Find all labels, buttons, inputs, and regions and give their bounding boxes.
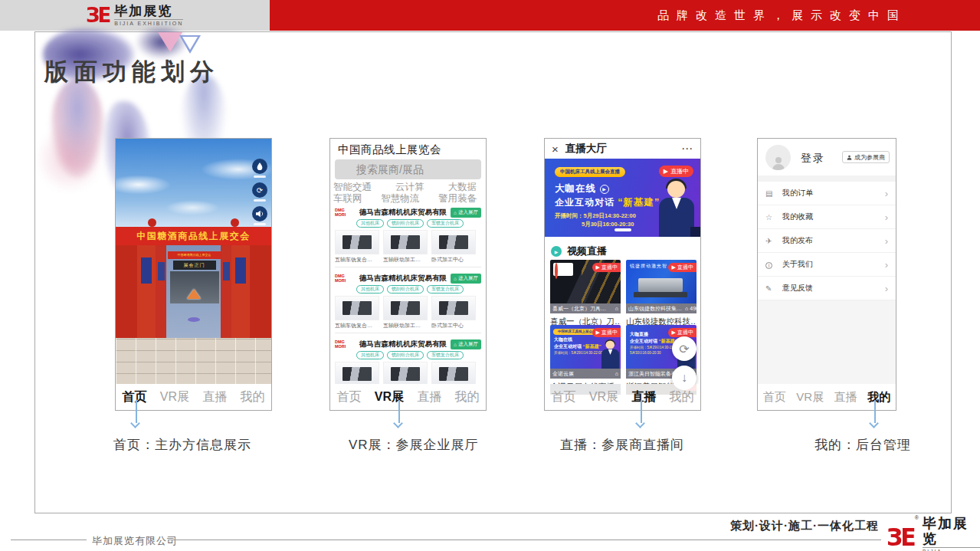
gate-sign-panel [158, 262, 165, 280]
menu-item-orders[interactable]: ▤ 我的订单 › [758, 182, 896, 205]
tab-mine[interactable]: 我的 [669, 389, 693, 405]
tab-mine[interactable]: 我的 [867, 390, 890, 405]
enter-hall-button[interactable]: ⌂进入展厅 [451, 339, 481, 349]
product-image[interactable] [335, 296, 379, 320]
product-caption: 五轴车铣复合… [335, 322, 379, 330]
live-thumbnail: 中国机床工具线上展会直播 大咖在线 企业互动对话 “新基建” 开播时间：5月29… [550, 325, 621, 369]
live-badge: ▶直播中 [592, 328, 621, 337]
more-icon[interactable]: ⋯ [681, 142, 693, 156]
enter-hall-button[interactable]: ⌂进入展厅 [451, 274, 481, 284]
close-icon[interactable]: × [552, 143, 559, 156]
tab-live[interactable]: 直播 [834, 390, 857, 405]
tab-home[interactable]: 首页 [763, 390, 786, 405]
walk-forward-arrow[interactable] [187, 289, 201, 299]
product-image[interactable] [383, 296, 428, 320]
home-icon: ⌂ [615, 371, 618, 376]
gate-entrance-sign: 展会正门 [173, 261, 216, 270]
search-input[interactable]: 搜索展商/展品 [335, 159, 481, 179]
exhibitor-list: DMG MORI 德马吉森精机机床贸易有限 ⌂进入展厅 其他机床 铣削组合机床 … [335, 207, 481, 405]
control-label [254, 175, 266, 178]
live-badge: ▶直播中 [668, 263, 696, 272]
product-pill[interactable]: 车铣复合机床 [427, 285, 464, 294]
product-image[interactable] [383, 362, 428, 386]
brand-subtitle: BIJIA EXHIBITION [114, 19, 183, 26]
login-button[interactable]: 登录 [801, 152, 825, 166]
category-tag[interactable]: 车联网 [333, 193, 362, 205]
product-pill[interactable]: 其他机床 [356, 351, 384, 359]
product-image[interactable] [335, 230, 379, 254]
refresh-button[interactable]: ⟳ [672, 336, 696, 361]
tab-vr[interactable]: VR展 [796, 390, 824, 405]
product-pill[interactable]: 车铣复合机床 [427, 351, 464, 359]
info-icon: i [765, 261, 782, 269]
live-card[interactable]: ▶直播中 喜威一（北京）刀具…⌂ 喜威一（北京）刀… [550, 260, 621, 330]
home-icon: ⌂ [685, 306, 688, 311]
tab-home[interactable]: 首页 [123, 389, 147, 405]
product-caption: 五轴车铣复合… [335, 256, 379, 264]
exhibitor-name: 德马吉森精机机床贸易有限 [359, 208, 447, 218]
live-hero-banner[interactable]: 中国机床工具线上展会直播 ▶直播中 大咖在线▶ 企业互动对话 “新基建” 开播时… [545, 159, 700, 237]
product-pill[interactable]: 车铣复合机床 [427, 219, 464, 228]
play-icon: ▶ [596, 264, 600, 271]
category-tag[interactable]: 警用装备 [438, 193, 477, 205]
tab-bar: 首页 VR展 直播 我的 [116, 384, 271, 410]
exhibitor-card[interactable]: DMG MORI 德马吉森精机机床贸易有限 ⌂进入展厅 其他机床 铣削组合机床 … [335, 207, 481, 267]
gate-pillar [250, 245, 271, 338]
hero-line2: 企业互动对话 “新基建” [555, 196, 660, 209]
category-tag[interactable]: 大数据 [448, 182, 477, 193]
product-pill[interactable]: 铣削组合机床 [387, 285, 424, 294]
phone-mockup-mine: 登录 成为参展商 ▤ 我的订单 › ☆ 我的收藏 › ✈ 我的发布 › [757, 138, 896, 411]
category-tag[interactable]: 智慧物流 [381, 193, 419, 205]
gate-sign-panel [223, 262, 230, 280]
menu-item-about[interactable]: i 关于我们 › [758, 253, 896, 277]
product-pill[interactable]: 其他机床 [356, 219, 384, 228]
caption-vr: VR展：参展企业展厅 [349, 436, 479, 454]
tab-mine[interactable]: 我的 [240, 389, 264, 405]
tab-bar: 首页 VR展 直播 我的 [330, 384, 486, 410]
thumbnail-title-bar: 山东锐捷数控科技集…⌂490 [626, 303, 696, 313]
plaza-floor [116, 338, 271, 385]
hero-highlight: “新基建” [618, 197, 660, 208]
tab-home[interactable]: 首页 [337, 389, 362, 405]
tab-home[interactable]: 首页 [552, 389, 576, 405]
product-image[interactable] [335, 362, 379, 386]
product-image[interactable] [431, 296, 476, 320]
droplet-icon[interactable] [252, 159, 267, 174]
product-image[interactable] [383, 230, 428, 254]
tab-live[interactable]: 直播 [202, 389, 227, 405]
tab-mine[interactable]: 我的 [454, 389, 479, 405]
tab-vr[interactable]: VR展 [589, 389, 618, 405]
menu-item-favorites[interactable]: ☆ 我的收藏 › [758, 205, 896, 229]
speaker-icon[interactable] [252, 206, 267, 221]
live-thumbnail: ▶直播中 [550, 260, 621, 303]
product-pill[interactable]: 铣削组合机床 [387, 351, 424, 359]
category-tag[interactable]: 云计算 [395, 182, 424, 193]
product-pill[interactable]: 其他机床 [356, 285, 384, 294]
bijia-logo-mark-icon: ЗE [86, 5, 109, 25]
menu-item-posts[interactable]: ✈ 我的发布 › [758, 229, 896, 253]
category-tag[interactable]: 智能交通 [333, 182, 372, 193]
control-label [254, 199, 266, 202]
home-icon: ⌂ [615, 306, 618, 311]
footer-line [168, 540, 881, 540]
gate-mini-banner: 中国糖酒商品线上展交会 [168, 251, 221, 259]
avatar[interactable] [765, 145, 791, 170]
gate-sign-panel [141, 257, 152, 284]
menu-item-feedback[interactable]: ✎ 意见反馈 › [758, 277, 896, 300]
product-image[interactable] [431, 230, 476, 254]
enter-hall-button[interactable]: ⌂进入展厅 [451, 208, 481, 218]
phone-mockup-home: 中国糖酒商品线上展交会 中国糖酒商品线上展交会 展会正门 ⟳ [115, 138, 272, 411]
rotate-icon[interactable]: ⟳ [252, 182, 267, 198]
bijia-logo-mark-icon: ЗE [887, 526, 914, 550]
become-exhibitor-button[interactable]: 成为参展商 [842, 151, 890, 163]
tab-vr[interactable]: VR展 [160, 389, 189, 405]
product-pill[interactable]: 铣削组合机床 [387, 219, 424, 228]
chevron-right-icon: › [885, 283, 888, 294]
background-area [758, 300, 896, 384]
tab-live[interactable]: 直播 [417, 389, 441, 405]
tab-live[interactable]: 直播 [631, 389, 656, 405]
product-image[interactable] [431, 362, 476, 386]
live-card[interactable]: 锐捷摆动激光智… ▶直播中 山东锐捷数控科技集…⌂490 山东锐捷数控科技… [626, 260, 696, 330]
exhibitor-card[interactable]: DMG MORI 德马吉森精机机床贸易有限 ⌂进入展厅 其他机床 铣削组合机床 … [335, 273, 481, 333]
vr-hotspot[interactable] [188, 317, 200, 322]
